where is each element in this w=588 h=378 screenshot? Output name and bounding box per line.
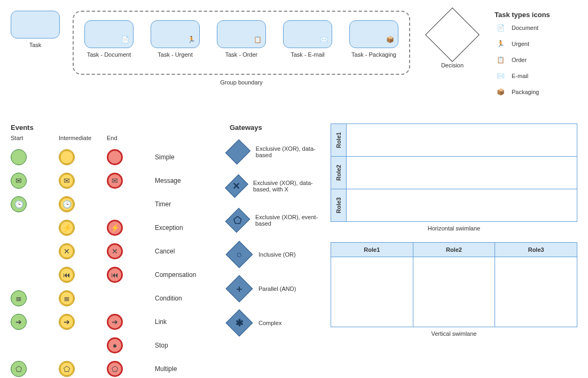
event-exception-end[interactable]: ⚡ — [107, 220, 123, 236]
task-box[interactable]: ✉️ — [283, 20, 332, 48]
event-link-intermediate[interactable]: ➔ — [59, 314, 75, 330]
event-timer-intermediate[interactable]: 🕒 — [59, 196, 75, 212]
event-cancel-intermediate[interactable]: ✕ — [59, 243, 75, 259]
event-cell: ≣ — [59, 287, 107, 310]
task-box[interactable]: 📦 — [349, 20, 398, 48]
swimlane-h-body[interactable] — [347, 124, 577, 156]
swimlane-h-lane[interactable]: Role2 — [331, 156, 577, 189]
swimlane-h-body[interactable] — [347, 189, 577, 221]
legend-row: ✉️E-mail — [495, 70, 550, 82]
urgent-icon: 🏃 — [495, 38, 506, 50]
task-box[interactable]: 🏃 — [151, 20, 200, 48]
event-glyph: ⚡ — [62, 224, 72, 232]
event-condition-start[interactable]: ≣ — [11, 290, 27, 306]
decision-diamond[interactable] — [425, 7, 480, 62]
events-section: Events Start✉🕒≣➔⬠Intermediate✉🕒⚡✕⏮≣➔⬠End… — [11, 124, 214, 378]
events-col-end: End✉⚡✕⏮➔●⬠ — [107, 135, 155, 378]
event-simple-end[interactable] — [107, 149, 123, 165]
event-glyph: ➔ — [112, 318, 118, 326]
swimlane-v-lane[interactable]: Role1 — [331, 243, 413, 327]
gateway-row: ＋Parallel (AND) — [230, 272, 320, 306]
event-glyph: ✕ — [112, 248, 118, 255]
horizontal-swimlane[interactable]: Role1Role2Role3 — [331, 124, 577, 222]
event-cell — [11, 334, 59, 357]
event-cell: ➔ — [59, 310, 107, 334]
event-row-label: Timer — [155, 192, 214, 216]
task-label: Task - Order — [217, 51, 266, 58]
task-box[interactable]: 📄 — [84, 20, 134, 48]
legend-label: Document — [512, 25, 538, 31]
event-cell: ⬠ — [107, 357, 155, 378]
events-col-start: Start✉🕒≣➔⬠ — [11, 135, 59, 378]
legend-row: 🏃Urgent — [495, 38, 550, 50]
legend-label: Packaging — [512, 89, 539, 95]
gateway-label: Exclusive (XOR), data-based — [256, 145, 320, 158]
event-simple-start[interactable] — [11, 149, 27, 165]
task-item: 🏃Task - Urgent — [151, 20, 200, 58]
swimlane-v-role: Role2 — [413, 243, 495, 257]
event-timer-start[interactable]: 🕒 — [11, 196, 27, 212]
swimlane-h-lane[interactable]: Role3 — [331, 189, 577, 221]
event-exception-intermediate[interactable]: ⚡ — [59, 220, 75, 236]
event-glyph: ≣ — [64, 295, 70, 302]
swimlane-h-lane[interactable]: Role1 — [331, 124, 577, 156]
task-box[interactable] — [11, 11, 60, 38]
event-stop-end[interactable]: ● — [107, 337, 123, 353]
task-item: 📄Task - Document — [84, 20, 134, 58]
decision-wrapper: Decision — [423, 11, 482, 68]
event-glyph: ≣ — [15, 295, 22, 302]
event-cell: ⏮ — [107, 263, 155, 287]
event-multiple-start[interactable]: ⬠ — [11, 361, 27, 377]
horizontal-swimlane-label: Horizontal swimlane — [331, 225, 577, 232]
swimlane-h-role: Role1 — [331, 124, 347, 156]
event-cell: ⬠ — [59, 357, 107, 378]
event-glyph: ✉ — [15, 177, 22, 184]
event-compensation-end[interactable]: ⏮ — [107, 267, 123, 283]
task-box[interactable]: 📋 — [217, 20, 266, 48]
event-condition-intermediate[interactable]: ≣ — [59, 290, 75, 306]
event-cell: ⬠ — [11, 357, 59, 378]
events-col-header: Intermediate — [59, 135, 107, 141]
event-cell — [107, 145, 155, 169]
event-glyph: ⬠ — [64, 365, 70, 373]
gateway-diamond[interactable]: ✱ — [226, 310, 253, 337]
swimlane-v-body[interactable] — [495, 257, 577, 327]
event-glyph: 🕒 — [14, 200, 23, 208]
event-row-label: Simple — [155, 145, 214, 169]
gateway-diamond[interactable] — [225, 139, 250, 164]
event-glyph: ⏮ — [63, 271, 70, 279]
event-compensation-intermediate[interactable]: ⏮ — [59, 267, 75, 283]
gateway-diamond[interactable]: ⬠ — [225, 208, 250, 233]
event-link-start[interactable]: ➔ — [11, 314, 27, 330]
event-cell: 🕒 — [11, 192, 59, 216]
gateway-diamond[interactable]: ✕ — [225, 174, 248, 198]
event-cell — [107, 287, 155, 310]
swimlane-v-body[interactable] — [331, 257, 413, 327]
gateway-diamond[interactable]: ○ — [226, 241, 253, 268]
gateway-glyph: ⬠ — [233, 214, 242, 226]
event-multiple-end[interactable]: ⬠ — [107, 361, 123, 377]
event-message-end[interactable]: ✉ — [107, 173, 123, 189]
event-simple-intermediate[interactable] — [59, 149, 75, 165]
swimlane-v-body[interactable] — [413, 257, 495, 327]
event-multiple-intermediate[interactable]: ⬠ — [59, 361, 75, 377]
swimlane-v-lane[interactable]: Role3 — [495, 243, 577, 327]
event-cancel-end[interactable]: ✕ — [107, 243, 123, 259]
event-glyph: ⬠ — [112, 365, 118, 373]
swimlane-h-body[interactable] — [347, 157, 577, 189]
event-cell: ✕ — [107, 240, 155, 263]
event-message-intermediate[interactable]: ✉ — [59, 173, 75, 189]
event-link-end[interactable]: ➔ — [107, 314, 123, 330]
event-row-label: Stop — [155, 334, 214, 357]
event-cell — [59, 334, 107, 357]
gateway-row: ✕Exclusive (XOR), data-based, with X — [230, 169, 320, 203]
event-cell: ● — [107, 334, 155, 357]
event-glyph: ⚡ — [111, 224, 120, 232]
vertical-swimlane[interactable]: Role1Role2Role3 — [331, 242, 577, 327]
swimlane-v-lane[interactable]: Role2 — [413, 243, 495, 327]
gateway-diamond[interactable]: ＋ — [226, 275, 253, 303]
event-message-start[interactable]: ✉ — [11, 173, 27, 189]
gateway-row: ✱Complex — [230, 306, 320, 340]
event-cell: ≣ — [11, 287, 59, 310]
event-row-label: Message — [155, 169, 214, 192]
